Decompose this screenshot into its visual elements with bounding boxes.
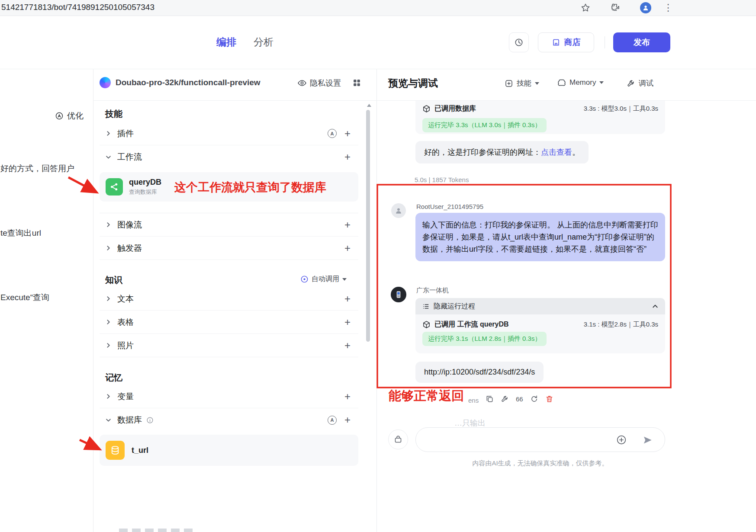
optimize-button[interactable]: 优化 xyxy=(55,110,84,122)
profile-avatar[interactable] xyxy=(640,2,651,13)
page: 51421771813/bot/7419891250105057343 ⋮ 编排… xyxy=(0,0,756,532)
tool-call-card: 已调用 工作流 queryDB 3.1s : 模型2.8s｜工具0.3s 运行完… xyxy=(415,314,665,353)
chevron-down-icon[interactable] xyxy=(100,417,111,423)
bot-avatar xyxy=(391,287,406,302)
auto-invoke-icon[interactable]: A xyxy=(328,129,337,138)
add-table-knowledge-button[interactable]: + xyxy=(344,317,351,327)
debug-menu[interactable]: 调试 xyxy=(627,78,653,88)
skills-menu-label: 技能 xyxy=(517,78,531,88)
url-text[interactable]: 51421771813/bot/7419891250105057343 xyxy=(1,3,154,12)
workflow-icon xyxy=(106,178,123,195)
scrollbar-thumb[interactable] xyxy=(366,110,370,342)
person-icon xyxy=(395,207,402,215)
memory-icon xyxy=(557,78,566,87)
info-icon[interactable] xyxy=(146,417,154,424)
store-button-label: 商店 xyxy=(564,37,581,48)
answer-link[interactable]: 点击查看 xyxy=(541,148,572,157)
plus-circle-icon[interactable] xyxy=(616,435,627,445)
workflow-card-desc: 查询数据库 xyxy=(129,188,161,196)
browser-menu-icon[interactable]: ⋮ xyxy=(663,2,673,13)
memory-menu-label: Memory xyxy=(569,78,596,87)
tokens-fragment: ens xyxy=(468,397,479,404)
chevron-right-icon[interactable] xyxy=(100,222,111,228)
auto-invoke-icon[interactable]: A xyxy=(328,416,337,425)
add-text-knowledge-button[interactable]: + xyxy=(344,294,351,304)
bookmark-star-icon[interactable] xyxy=(580,3,591,13)
send-icon[interactable] xyxy=(643,435,653,445)
chevron-right-icon[interactable] xyxy=(100,296,111,301)
tool-call-label: 已调用数据库 xyxy=(434,104,476,113)
auto-call-dropdown[interactable]: 自动调用 xyxy=(300,275,347,284)
refresh-icon[interactable] xyxy=(530,395,538,403)
extensions-puzzle-icon[interactable] xyxy=(610,3,621,13)
user-avatar xyxy=(391,203,406,218)
trash-icon[interactable] xyxy=(545,395,553,403)
layout-grid-icon[interactable] xyxy=(353,79,361,87)
eye-icon xyxy=(298,80,306,87)
debug-wrench-icon[interactable] xyxy=(501,395,509,403)
persona-panel: 优化 好的方式，回答用户 te查询出url Execute“查询 xyxy=(0,69,93,532)
machine-image xyxy=(394,290,403,299)
chevron-right-icon[interactable] xyxy=(100,319,111,325)
hide-process-bar[interactable]: 隐藏运行过程 xyxy=(415,298,665,314)
add-database-button[interactable]: + xyxy=(344,415,351,425)
workflow-label: 工作流 xyxy=(117,151,142,163)
publish-button[interactable]: 发布 xyxy=(613,32,670,52)
add-imageflow-button[interactable]: + xyxy=(344,220,351,230)
chevron-right-icon[interactable] xyxy=(100,131,111,136)
tool-call-card: 已调用数据库 3.3s : 模型3.0s｜工具0.3s 运行完毕 3.3s（LL… xyxy=(415,101,665,134)
answer-suffix: 。 xyxy=(572,148,580,157)
hide-process-label: 隐藏运行过程 xyxy=(434,302,475,311)
section-row-variable: 变量 + xyxy=(100,385,358,408)
database-card-turl[interactable]: t_url xyxy=(100,435,358,466)
chevron-down-icon[interactable] xyxy=(100,154,111,160)
model-selector[interactable]: Doubao-pro-32k/functioncall-preview xyxy=(100,77,261,88)
red-annotation-workflow: 这个工作流就只查询了数据库 xyxy=(174,179,326,195)
token-count: 66 xyxy=(516,395,523,403)
tool-call-timing: 3.1s : 模型2.8s｜工具0.3s xyxy=(584,320,658,329)
plugin-label: 插件 xyxy=(117,128,134,139)
chevron-up-icon[interactable] xyxy=(652,303,658,309)
section-row-trigger: 触发器 + xyxy=(100,237,358,260)
browser-address-bar[interactable]: 51421771813/bot/7419891250105057343 ⋮ xyxy=(0,0,756,16)
tab-orchestrate[interactable]: 编排 xyxy=(216,35,236,49)
add-workflow-button[interactable]: + xyxy=(344,152,351,162)
privacy-settings[interactable]: 隐私设置 xyxy=(298,78,341,88)
clipped-icon-strip xyxy=(119,529,193,532)
clear-context-button[interactable] xyxy=(388,429,408,449)
chevron-right-icon[interactable] xyxy=(100,343,111,348)
persona-text-fragment: 好的方式，回答用户 xyxy=(0,163,74,174)
skills-menu[interactable]: 技能 xyxy=(505,78,539,88)
section-row-database: 数据库 A + xyxy=(100,408,358,432)
auto-call-label: 自动调用 xyxy=(312,275,339,284)
add-photo-knowledge-button[interactable]: + xyxy=(344,340,351,351)
section-row-table: 表格 + xyxy=(100,311,358,334)
model-name: Doubao-pro-32k/functioncall-preview xyxy=(116,78,261,87)
caret-down-icon xyxy=(342,278,347,281)
store-button[interactable]: 商店 xyxy=(538,32,594,52)
variable-label: 变量 xyxy=(117,391,134,402)
knowledge-text-label: 文本 xyxy=(117,293,134,304)
add-variable-button[interactable]: + xyxy=(344,391,351,402)
copy-icon[interactable] xyxy=(486,395,494,403)
privacy-label: 隐私设置 xyxy=(310,78,341,88)
memory-menu[interactable]: Memory xyxy=(557,78,604,87)
skills-panel: 技能 插件 A + 工作流 + queryDB 查询数据库 xyxy=(100,100,358,532)
clipped-suggestion-text: …只输出 xyxy=(454,418,486,428)
skills-icon xyxy=(505,79,513,88)
history-button[interactable] xyxy=(509,32,529,52)
chevron-right-icon[interactable] xyxy=(100,245,111,251)
add-plugin-button[interactable]: + xyxy=(344,128,351,139)
chat-input[interactable] xyxy=(415,427,665,452)
scrollbar-up-arrow[interactable] xyxy=(367,104,371,107)
doubao-logo-icon xyxy=(100,77,111,88)
chevron-right-icon[interactable] xyxy=(100,394,111,399)
debug-menu-label: 调试 xyxy=(639,78,653,88)
knowledge-table-label: 表格 xyxy=(117,317,134,328)
assistant-bubble: 好的，这是打印参保证明的网址：点击查看。 xyxy=(415,141,589,163)
tab-analyze[interactable]: 分析 xyxy=(254,35,273,49)
cube-icon xyxy=(422,320,431,329)
database-label: 数据库 xyxy=(117,414,142,426)
add-trigger-button[interactable]: + xyxy=(344,243,351,253)
tool-call-timing: 3.3s : 模型3.0s｜工具0.3s xyxy=(584,105,658,113)
